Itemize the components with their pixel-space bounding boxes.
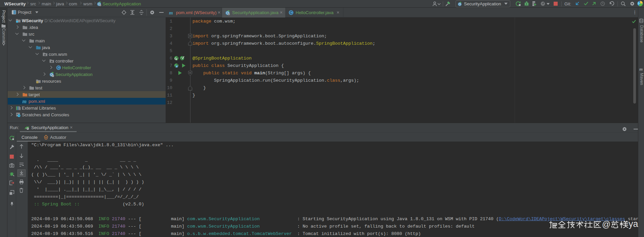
svg-text:m: m [22,98,27,104]
svg-text:C: C [290,10,293,15]
svg-text:e: e [176,65,177,68]
svg-text:C: C [57,65,60,70]
svg-text:m: m [639,67,643,72]
svg-text:m: m [169,10,173,15]
